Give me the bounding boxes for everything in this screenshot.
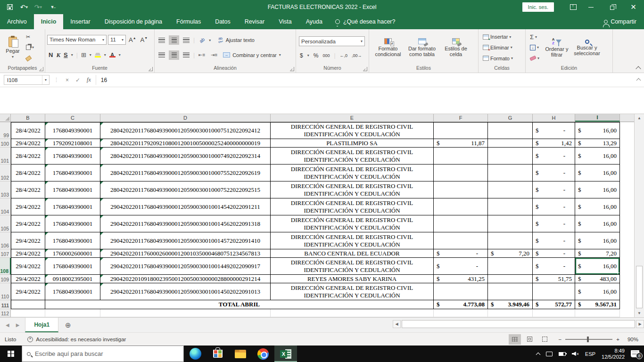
fill-color-button[interactable] [95,53,101,58]
share-button[interactable]: Compartir [596,14,644,29]
cell-e[interactable]: DIRECCIÓN GENERAL DE REGISTRO CIVILIDENT… [271,258,434,275]
cell-f[interactable] [434,283,488,300]
cell-f[interactable]: $- [434,258,488,275]
column-header-d[interactable]: D [100,114,271,122]
accounting-caret[interactable]: ▾ [307,53,309,58]
clock[interactable]: 8:49 12/5/2022 [602,348,625,360]
cell-e[interactable]: DIRECCIÓN GENERAL DE REGISTRO CIVILIDENT… [271,181,434,198]
font-dialog-launcher[interactable] [149,67,153,71]
cell-f[interactable] [434,215,488,232]
insert-function-button[interactable]: fx [87,76,91,83]
total-i[interactable]: $9.567,31 [575,300,620,309]
cell-d[interactable]: 2904202201176000260000120010350004680751… [100,249,271,258]
cell-c[interactable]: 1768049390001 [45,258,100,275]
insert-cells-button[interactable]: +Insertar▾ [481,32,522,42]
cell-f[interactable]: $- [434,249,488,258]
decrease-decimal-button[interactable]: ,00→ [352,53,362,58]
show-hidden-icons-button[interactable] [536,352,540,357]
cell-g[interactable] [488,283,533,300]
cell-styles-button[interactable]: Estilos de celda [439,31,473,65]
font-color-caret[interactable]: ▾ [119,53,121,57]
normal-view-button[interactable] [509,334,521,345]
row-header-99[interactable]: 99 [0,122,11,139]
format-painter-button[interactable] [25,53,35,63]
cell-b[interactable]: 29/4/2022 [11,139,45,148]
cell-b[interactable]: 29/4/2022 [11,249,45,258]
cell-i[interactable]: $16,00 [575,165,620,181]
font-color-button[interactable]: A [109,53,116,58]
number-dialog-launcher[interactable] [363,67,367,71]
comma-style-button[interactable]: 000 [322,53,330,58]
orientation-button[interactable]: ab [197,35,207,45]
cut-button[interactable]: ✂ [25,32,35,42]
cell-i[interactable]: $13,29 [575,139,620,148]
column-header-h[interactable]: H [533,114,575,122]
row-header-110[interactable]: 110 [0,283,11,300]
cell-h[interactable]: $- [533,181,575,198]
close-button[interactable]: ✕ [623,0,644,14]
cell-d[interactable]: 2804202201179209210800120010050000252400… [100,139,271,148]
cell-d[interactable]: 2904202201176804939000120590030010014502… [100,283,271,300]
cell-c[interactable]: 1768049390001 [45,232,100,249]
cell-e[interactable]: DIRECCIÓN GENERAL DE REGISTRO CIVILIDENT… [271,215,434,232]
italic-button[interactable]: K [56,51,60,59]
conditional-formatting-button[interactable]: Formato condicional [371,31,405,65]
cell-b[interactable]: 29/4/2022 [11,275,45,283]
cell-c[interactable]: 1768049390001 [45,215,100,232]
cell-b[interactable] [11,300,45,309]
cell-b[interactable]: 29/4/2022 [11,258,45,275]
cell-f[interactable] [434,198,488,215]
row-header-103[interactable]: 103 [0,181,11,198]
cell-h[interactable]: $- [533,122,575,139]
cell-i[interactable]: $16,00 [575,258,620,275]
collapse-ribbon-button[interactable] [636,66,641,71]
cell-b[interactable]: 29/4/2022 [11,215,45,232]
row-header-102[interactable]: 102 [0,165,11,181]
align-bottom-button[interactable] [181,35,191,45]
language-indicator[interactable]: ESP [585,351,595,357]
tab-insertar[interactable]: Insertar [63,14,97,29]
cell-e[interactable]: BANCO CENTRAL DEL ECUADOR [271,249,434,258]
column-header-empty[interactable] [620,114,634,122]
row-header-108[interactable]: 108 [0,258,11,275]
cell-i[interactable]: $16,00 [575,198,620,215]
cell-h[interactable]: $- [533,198,575,215]
formula-content[interactable]: 16 [96,77,107,83]
taskbar-explorer-icon[interactable] [229,346,252,362]
cell-d[interactable]: 2804202201176804939000120590030010007512… [100,122,271,139]
cell-c[interactable]: 1768049390001 [45,148,100,165]
cell-h[interactable]: $- [533,258,575,275]
taskbar-store-icon[interactable] [206,346,229,362]
cancel-entry-button[interactable]: × [66,77,69,83]
font-size-select[interactable]: 11▾ [108,35,126,45]
cell-i[interactable]: $16,00 [575,181,620,198]
accessibility-checker[interactable]: Accesibilidad: es necesario investigar [23,337,131,342]
tab-ayuda[interactable]: Ayuda [299,14,330,29]
row-header-105[interactable]: 105 [0,215,11,232]
fill-color-caret[interactable]: ▾ [104,53,106,57]
borders-caret[interactable]: ▾ [90,53,91,57]
total-g[interactable]: $3.949,46 [488,300,533,309]
cell-c[interactable]: 1768049390001 [45,122,100,139]
tab-disposicion[interactable]: Disposición de página [98,14,169,29]
cell-h[interactable]: $- [533,148,575,165]
sheet-tab-hoja1[interactable]: Hoja1 [25,318,58,332]
cell-d[interactable]: 2904202201091800239500120050030000028800… [100,275,271,283]
cell-b[interactable]: 28/4/2022 [11,181,45,198]
cell-g[interactable] [488,215,533,232]
cell-g[interactable]: $7,20 [488,249,533,258]
sheet-nav-right-icon[interactable]: ▶ [16,322,20,328]
tab-revisar[interactable]: Revisar [238,14,272,29]
cell-d[interactable]: 2904202201176804939000120590030010014572… [100,232,271,249]
column-header-g[interactable]: G [488,114,533,122]
row-header-101[interactable]: 101 [0,148,11,165]
cell-d[interactable]: 2804202201176804939000120590030010007492… [100,148,271,165]
cell-empty[interactable] [11,309,45,317]
cell-i[interactable]: $16,00 [575,148,620,165]
cell-c[interactable]: 0918002395001 [45,275,100,283]
total-f[interactable]: $4.773,08 [434,300,488,309]
total-h[interactable]: $572,77 [533,300,575,309]
cell-i[interactable]: $16,00 [575,283,620,300]
paste-button[interactable]: Pegar ▾ [2,31,24,65]
cell-empty[interactable] [45,309,100,317]
